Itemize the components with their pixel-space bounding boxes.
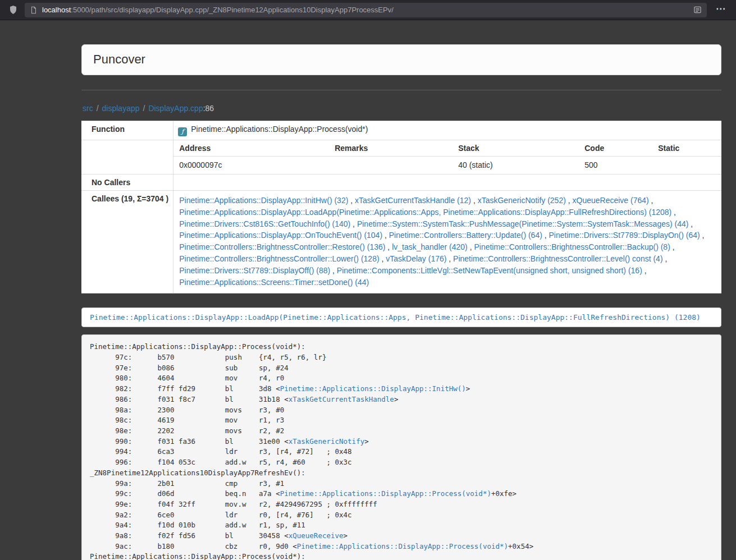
callee-link[interactable]: Pinetime::Applications::DisplayApp::OnTo… [179, 231, 382, 240]
highlight-callee-link[interactable]: Pinetime::Applications::DisplayApp::Load… [90, 313, 701, 322]
callee-link[interactable]: xTaskGenericNotify (252) [478, 196, 566, 205]
page-content: Puncover src/displayapp/DisplayApp.cpp:8… [0, 21, 736, 560]
callee-link[interactable]: Pinetime::Drivers::St7789::DisplayOff() … [179, 266, 330, 275]
breadcrumb-line-number: :86 [203, 104, 214, 113]
metrics-value-row: 0x0000097c 40 (static) 500 [173, 157, 721, 175]
function-signature: Pinetime::Applications::DisplayApp::Proc… [191, 125, 368, 134]
callees-list: Pinetime::Applications::DisplayApp::Init… [173, 191, 721, 293]
column-code: Code [579, 140, 652, 157]
highlight-box: Pinetime::Applications::DisplayApp::Load… [81, 307, 721, 327]
breadcrumb-link-displayapp[interactable]: displayapp [102, 104, 140, 113]
callee-link[interactable]: Pinetime::Applications::DisplayApp::Load… [179, 208, 671, 217]
url-path: :5000/path/src/displayapp/DisplayApp.cpp… [71, 6, 394, 14]
callee-link[interactable]: xQueueReceive (764) [573, 196, 649, 205]
stack-value: 40 (static) [452, 157, 579, 175]
column-address: Address [173, 140, 329, 157]
function-table: Function ƒPinetime::Applications::Displa… [81, 121, 721, 293]
callee-link[interactable]: Pinetime::Components::LittleVgl::SetNewT… [337, 266, 642, 275]
callee-link[interactable]: Pinetime::Controllers::BrightnessControl… [453, 254, 662, 263]
callee-link[interactable]: vTaskDelay (176) [386, 254, 446, 263]
callees-label: Callees (19, Σ=3704 ) [81, 191, 173, 293]
asm-symbol-link[interactable]: xTaskGetCurrentTaskHandle [289, 395, 394, 403]
asm-symbol-link[interactable]: Pinetime::Applications::DisplayApp::Proc… [297, 542, 508, 550]
browser-toolbar: localhost:5000/path/src/displayapp/Displ… [0, 0, 736, 20]
callees-row: Callees (19, Σ=3704 ) Pinetime::Applicat… [81, 191, 721, 293]
callee-link[interactable]: Pinetime::Applications::DisplayApp::Init… [179, 196, 348, 205]
function-label: Function [81, 121, 173, 140]
overflow-menu-button[interactable]: ⋯ [711, 2, 730, 19]
breadcrumb-separator: / [97, 104, 99, 113]
callee-link[interactable]: Pinetime::Applications::Screens::Timer::… [179, 278, 369, 287]
tracking-protection-shield-icon[interactable] [6, 5, 20, 15]
breadcrumb-link-src[interactable]: src [83, 104, 93, 113]
app-header: Puncover [81, 44, 721, 75]
callee-link[interactable]: Pinetime::Drivers::Cst816S::GetTouchInfo… [179, 219, 350, 228]
code-value: 500 [579, 157, 652, 175]
url-text: localhost:5000/path/src/displayapp/Displ… [42, 6, 689, 14]
address-value: 0x0000097c [173, 157, 329, 175]
url-host: localhost [42, 6, 71, 14]
asm-symbol-link[interactable]: Pinetime::Applications::DisplayApp::Proc… [280, 489, 491, 498]
metrics-row: Address Remarks Stack Code Static 0x0000… [81, 140, 721, 175]
callee-link[interactable]: lv_task_handler (420) [392, 242, 468, 251]
divider [81, 90, 721, 90]
metrics-table: Address Remarks Stack Code Static 0x0000… [173, 140, 721, 174]
metrics-header-row: Address Remarks Stack Code Static [173, 140, 721, 157]
no-callers-row: No Callers [81, 175, 721, 191]
metrics-row-label [81, 140, 173, 175]
function-icon: ƒ [178, 127, 187, 136]
breadcrumb-separator: / [143, 104, 145, 113]
remarks-value [329, 157, 452, 175]
breadcrumb: src/displayapp/DisplayApp.cpp:86 [83, 104, 721, 113]
callee-link[interactable]: Pinetime::Controllers::BrightnessControl… [474, 242, 670, 251]
column-static: Static [652, 140, 721, 157]
asm-symbol-link[interactable]: xQueueReceive [289, 531, 344, 540]
static-value [652, 157, 721, 175]
column-remarks: Remarks [329, 140, 452, 157]
breadcrumb-link-file[interactable]: DisplayApp.cpp [148, 104, 203, 113]
disassembly: Pinetime::Applications::DisplayApp::Proc… [81, 334, 721, 560]
callee-link[interactable]: xTaskGetCurrentTaskHandle (12) [355, 196, 471, 205]
column-stack: Stack [452, 140, 579, 157]
asm-symbol-link[interactable]: xTaskGenericNotify [289, 437, 364, 446]
asm-symbol-link[interactable]: Pinetime::Applications::DisplayApp::Init… [280, 384, 466, 393]
no-callers-label: No Callers [81, 175, 173, 191]
callee-link[interactable]: Pinetime::Controllers::BrightnessControl… [179, 242, 385, 251]
callee-link[interactable]: Pinetime::Controllers::Battery::Update()… [389, 231, 542, 240]
page-title: Puncover [93, 52, 710, 67]
reader-mode-icon[interactable] [693, 6, 702, 14]
page-info-icon[interactable] [30, 6, 38, 14]
callee-link[interactable]: Pinetime::System::SystemTask::PushMessag… [357, 219, 689, 228]
url-bar[interactable]: localhost:5000/path/src/displayapp/Displ… [25, 3, 707, 17]
callee-link[interactable]: Pinetime::Controllers::BrightnessControl… [179, 254, 379, 263]
function-row: Function ƒPinetime::Applications::Displa… [81, 121, 721, 140]
callee-link[interactable]: Pinetime::Drivers::St7789::DisplayOn() (… [549, 231, 700, 240]
